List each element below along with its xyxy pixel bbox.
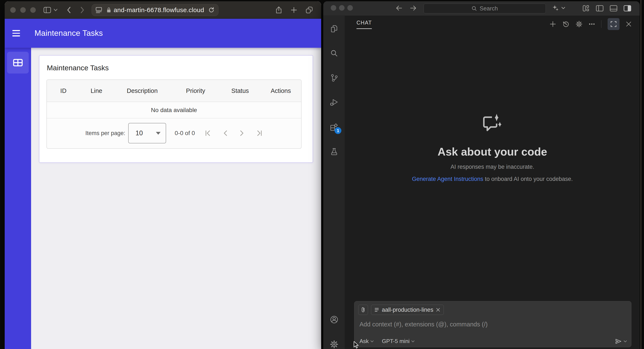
send-options-chevron-icon[interactable] xyxy=(624,340,627,342)
app-sidebar xyxy=(5,48,31,349)
prev-page-button[interactable] xyxy=(223,130,228,137)
zoom-window-button[interactable] xyxy=(30,7,36,13)
page-settings-icon[interactable] xyxy=(96,7,102,13)
run-debug-icon[interactable] xyxy=(323,98,345,106)
go-forward-icon[interactable] xyxy=(409,4,417,12)
app-content: Maintenance Tasks ID Line Description Pr… xyxy=(31,48,321,349)
expand-icon xyxy=(610,21,617,27)
chat-panel: CHAT xyxy=(345,16,640,349)
maintenance-tasks-card: Maintenance Tasks ID Line Description Pr… xyxy=(39,55,313,163)
chat-disclaimer: AI responses may be inaccurate. xyxy=(345,164,640,170)
grid-icon xyxy=(13,59,23,67)
menu-icon[interactable] xyxy=(12,30,20,37)
back-button[interactable] xyxy=(67,7,71,14)
sidebar-chevron-icon[interactable] xyxy=(54,9,58,11)
command-center-search[interactable]: Search xyxy=(424,4,546,14)
sidebar-toggle-icon[interactable] xyxy=(44,7,51,13)
generate-agent-instructions-link[interactable]: Generate Agent Instructions xyxy=(412,176,483,182)
more-actions-icon[interactable] xyxy=(589,23,595,25)
chat-empty-state: Ask about your code AI responses may be … xyxy=(345,113,640,182)
url-text[interactable]: and-martin-6678.flowfuse.cloud xyxy=(114,7,204,14)
select-caret-icon xyxy=(156,132,160,135)
items-per-page-label: Items per page: xyxy=(86,130,126,137)
close-panel-icon[interactable] xyxy=(626,21,632,27)
source-control-icon[interactable] xyxy=(323,74,345,82)
window-controls[interactable] xyxy=(331,5,353,11)
tasks-table: ID Line Description Priority Status Acti… xyxy=(46,80,302,149)
zoom-window-button[interactable] xyxy=(347,5,353,11)
mouse-cursor xyxy=(354,341,360,349)
link-suffix-text: to onboard AI onto your codebase. xyxy=(483,176,573,182)
tab-chat[interactable]: CHAT xyxy=(356,20,372,29)
list-selection-icon xyxy=(374,308,379,312)
extensions-badge: 1 xyxy=(334,127,342,134)
minimize-window-button[interactable] xyxy=(20,7,26,13)
pagination-range: 0-0 of 0 xyxy=(175,130,195,137)
mode-picker[interactable]: Ask xyxy=(360,338,374,344)
send-icon xyxy=(615,338,622,344)
toggle-panel-icon[interactable] xyxy=(610,5,618,12)
toggle-secondary-sidebar-icon[interactable] xyxy=(623,5,632,12)
vscode-window: Search xyxy=(323,1,640,349)
tab-overview-icon[interactable] xyxy=(306,7,313,14)
mode-picker-value: Ask xyxy=(360,338,369,344)
minimize-window-button[interactable] xyxy=(339,5,344,11)
close-window-button[interactable] xyxy=(331,5,336,11)
app-header: Maintenance Tasks xyxy=(5,19,321,48)
chat-input-placeholder[interactable]: Add context (#), extensions (@), command… xyxy=(360,321,488,328)
go-back-icon[interactable] xyxy=(395,4,403,12)
window-controls[interactable] xyxy=(10,7,36,13)
toggle-primary-sidebar-icon[interactable] xyxy=(596,5,604,12)
reload-icon[interactable] xyxy=(208,7,214,13)
maximize-panel-button[interactable] xyxy=(608,18,620,30)
safari-toolbar: and-martin-6678.flowfuse.cloud xyxy=(5,1,321,19)
model-picker-value: GPT-5 mini xyxy=(382,338,410,344)
last-page-button[interactable] xyxy=(256,130,262,137)
extensions-icon[interactable] xyxy=(323,123,345,131)
safari-window: and-martin-6678.flowfuse.cloud xyxy=(5,1,321,349)
new-chat-icon[interactable] xyxy=(550,21,556,27)
app-body: Maintenance Tasks ID Line Description Pr… xyxy=(5,48,321,349)
col-status[interactable]: Status xyxy=(220,87,260,94)
activity-bar: 1 xyxy=(323,16,345,349)
chevron-down-icon xyxy=(370,340,374,342)
chat-empty-title: Ask about your code xyxy=(345,145,640,158)
forward-button[interactable] xyxy=(80,7,84,14)
account-icon[interactable] xyxy=(323,315,345,324)
customize-layout-icon[interactable] xyxy=(582,5,590,12)
app-header-title: Maintenance Tasks xyxy=(34,29,103,38)
address-bar[interactable]: and-martin-6678.flowfuse.cloud xyxy=(92,4,218,16)
next-page-button[interactable] xyxy=(240,130,244,137)
share-icon[interactable] xyxy=(276,7,282,14)
attach-context-button[interactable] xyxy=(358,305,368,315)
chat-input-box[interactable]: aall-production-lines Add context (#), e… xyxy=(354,301,632,347)
search-icon[interactable] xyxy=(323,50,345,58)
context-chip-label: aall-production-lines xyxy=(382,307,434,313)
copilot-chevron-icon[interactable] xyxy=(561,7,565,9)
chat-sparkle-icon xyxy=(481,113,504,133)
chat-settings-gear-icon[interactable] xyxy=(576,21,582,28)
empty-message: No data available xyxy=(47,102,301,119)
sidebar-item-tasks[interactable] xyxy=(7,52,29,74)
chevron-down-icon xyxy=(411,340,415,342)
col-description[interactable]: Description xyxy=(113,87,172,94)
close-window-button[interactable] xyxy=(10,7,16,13)
pagination-bar: Items per page: 10 0-0 of 0 xyxy=(47,119,301,148)
testing-icon[interactable] xyxy=(323,148,345,156)
col-line[interactable]: Line xyxy=(80,87,113,94)
new-tab-icon[interactable] xyxy=(291,7,297,14)
settings-gear-icon[interactable] xyxy=(323,340,345,348)
chat-history-icon[interactable] xyxy=(562,21,570,28)
explorer-icon[interactable] xyxy=(323,25,345,33)
remove-chip-icon[interactable] xyxy=(436,308,440,312)
col-actions[interactable]: Actions xyxy=(260,87,301,94)
page-size-select[interactable]: 10 xyxy=(128,123,166,143)
col-priority[interactable]: Priority xyxy=(172,87,220,94)
model-picker[interactable]: GPT-5 mini xyxy=(382,338,415,344)
vscode-titlebar: Search xyxy=(323,1,640,16)
send-button[interactable] xyxy=(615,338,627,344)
first-page-button[interactable] xyxy=(205,130,211,137)
context-chip[interactable]: aall-production-lines xyxy=(371,305,444,315)
col-id[interactable]: ID xyxy=(47,87,80,94)
copilot-icon[interactable] xyxy=(552,5,559,12)
